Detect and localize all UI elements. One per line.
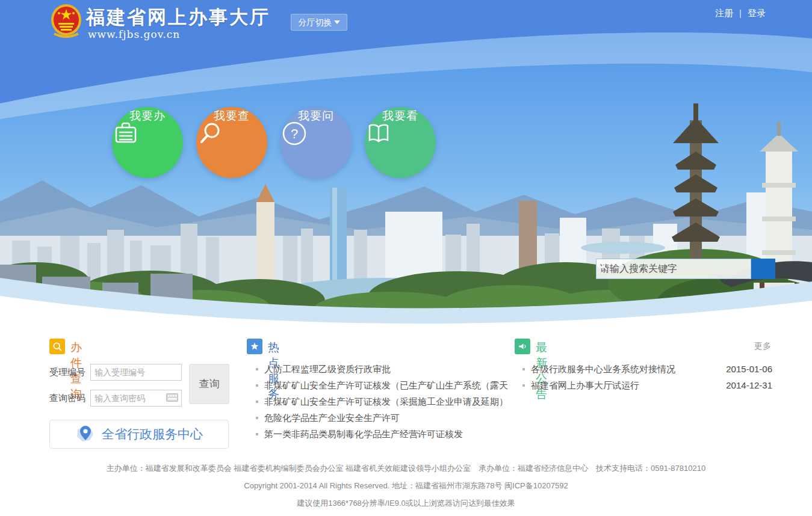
book-icon (365, 120, 392, 147)
hot-service-item[interactable]: 危险化学品生产企业安全生产许可 (256, 410, 509, 426)
auth-divider: | (739, 8, 742, 18)
news-item-date: 2014-12-31 (726, 377, 772, 393)
action-wo-yao-kan[interactable]: 我要看 (365, 107, 436, 178)
query-submit-button[interactable]: 查询 (189, 364, 229, 404)
query-password-row: 查询密码 (49, 390, 182, 407)
news-item-title: 福建省网上办事大厅试运行 (531, 380, 639, 390)
magnifier-badge-icon (49, 339, 65, 354)
news-item-date: 2015-01-06 (726, 361, 772, 377)
site-title: 福建省网上办事大厅 (86, 5, 270, 30)
hero-banner: 福建省网上办事大厅 www.fjbs.gov.cn 分厅切换 注册|登录 我要办 (0, 0, 812, 328)
query-password-label: 查询密码 (49, 393, 85, 404)
hot-services-list: 人防工程监理乙级资质行政审批 非煤矿矿山安全生产许可证核发（已生产矿山生产系统（… (256, 361, 509, 442)
auth-links: 注册|登录 (715, 8, 766, 19)
footer-browser-advice: 建议使用1366*768分辨率/IE9.0或以上浏览器访问达到最佳效果 (0, 498, 812, 509)
hot-service-item[interactable]: 非煤矿矿山安全生产许可证核发（采掘施工企业申请及延期） (256, 393, 509, 410)
login-link[interactable]: 登录 (748, 8, 766, 18)
province-service-centers-label: 全省行政服务中心 (102, 426, 203, 443)
news-item[interactable]: 各级行政服务中心业务系统对接情况 2015-01-06 (522, 361, 772, 377)
acceptance-number-row: 受理编号 (49, 364, 182, 381)
acceptance-number-input[interactable] (90, 364, 182, 381)
chevron-down-icon (334, 20, 340, 24)
briefcase-icon (112, 120, 140, 147)
svg-text:?: ? (291, 126, 298, 141)
star-badge-icon (247, 339, 262, 354)
site-url: www.fjbs.gov.cn (88, 28, 180, 40)
register-link[interactable]: 注册 (715, 8, 733, 18)
keyboard-icon[interactable] (166, 393, 178, 402)
footer-copyright: Copyright 2001-2014 All Rights Reserved.… (0, 481, 812, 491)
branch-switch-label: 分厅切换 (299, 17, 332, 27)
search-input[interactable] (596, 259, 751, 279)
action-wo-yao-cha[interactable]: 我要查 (196, 107, 267, 178)
news-item-title: 各级行政服务中心业务系统对接情况 (531, 364, 675, 374)
province-service-centers-button[interactable]: 全省行政服务中心 (49, 420, 229, 449)
national-emblem-logo (51, 4, 82, 38)
hot-service-item[interactable]: 非煤矿矿山安全生产许可证核发（已生产矿山生产系统（露天... (256, 377, 509, 393)
search-icon (596, 259, 608, 271)
hot-service-item[interactable]: 人防工程监理乙级资质行政审批 (256, 361, 509, 377)
news-more-link[interactable]: 更多 (754, 341, 771, 352)
footer: 主办单位：福建省发展和改革委员会 福建省委机构编制委员会办公室 福建省机关效能建… (0, 463, 812, 515)
news-list: 各级行政服务中心业务系统对接情况 2015-01-06 福建省网上办事大厅试运行… (522, 361, 772, 393)
action-wo-yao-ban[interactable]: 我要办 (112, 107, 183, 178)
search-button[interactable] (751, 259, 775, 279)
question-icon: ? (280, 120, 308, 147)
news-item[interactable]: 福建省网上办事大厅试运行 2014-12-31 (522, 377, 772, 393)
action-wo-yao-wen[interactable]: ? 我要问 (280, 107, 352, 178)
page: 福建省网上办事大厅 www.fjbs.gov.cn 分厅切换 注册|登录 我要办 (0, 0, 812, 516)
acceptance-number-label: 受理编号 (49, 367, 85, 378)
search-icon (196, 120, 224, 147)
hot-service-item[interactable]: 第一类非药品类易制毒化学品生产经营许可证核发 (256, 426, 509, 442)
footer-organizers: 主办单位：福建省发展和改革委员会 福建省委机构编制委员会办公室 福建省机关效能建… (0, 463, 812, 474)
hero-search (596, 259, 775, 279)
map-pin-icon (75, 423, 96, 445)
speaker-badge-icon (515, 339, 530, 354)
branch-switch-button[interactable]: 分厅切换 (291, 14, 347, 31)
